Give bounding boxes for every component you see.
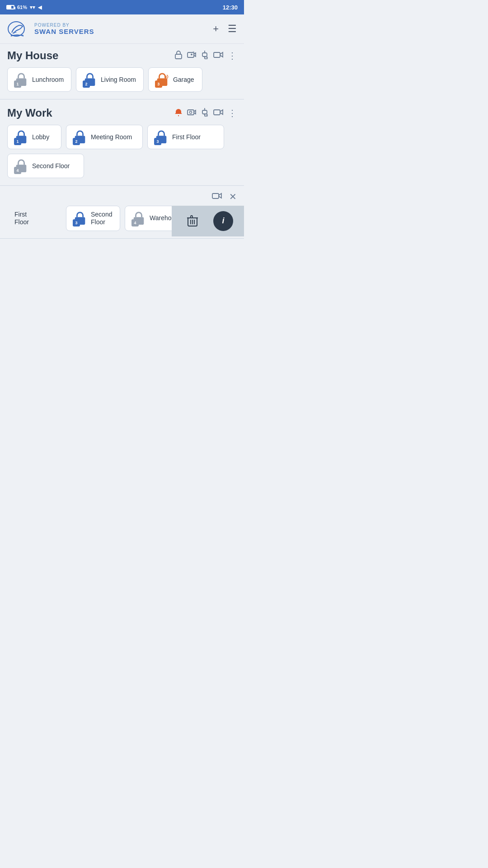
room-card-livingroom[interactable]: 2 Living Room xyxy=(76,67,144,92)
lock-icon-wrap-meeting: 2 xyxy=(74,130,86,144)
swipe-card-secondfloor[interactable]: 3 SecondFloor xyxy=(66,206,120,231)
room-card-lobby[interactable]: 1 Lobby xyxy=(7,125,61,149)
badge-swipe-second: 3 xyxy=(73,219,80,226)
svg-rect-16 xyxy=(202,110,207,114)
svg-point-18 xyxy=(205,114,207,117)
lock-icon-wrap-lobby: 1 xyxy=(15,130,28,144)
badge-meeting: 2 xyxy=(73,138,80,145)
svg-rect-3 xyxy=(188,52,194,57)
my-house-header: My House xyxy=(7,49,237,62)
swipe-section: ✕ FirstFloor 3 SecondFloor xyxy=(0,188,244,236)
header-actions: + ☰ xyxy=(213,23,237,35)
lock-icon-wrap-secondfloor: 4 xyxy=(15,159,28,173)
brand: POWERED BY SWAN SERVERS xyxy=(7,20,94,38)
lock-icon-wrap: 1 xyxy=(15,72,28,87)
svg-point-7 xyxy=(205,57,207,59)
my-house-icons: ⋮ xyxy=(174,50,237,61)
plug-icon[interactable] xyxy=(201,50,209,61)
status-time: 12:30 xyxy=(223,4,238,11)
room-card-garage[interactable]: 3 Garage xyxy=(148,67,202,92)
lock-icon-wrap: 2 xyxy=(84,72,96,87)
room-name-firstfloor: First Floor xyxy=(172,133,201,141)
my-work-title: My Work xyxy=(7,107,52,119)
room-name-meetingroom: Meeting Room xyxy=(91,133,132,141)
my-work-icons: ⋮ xyxy=(174,108,237,119)
swipe-cards-container: FirstFloor 3 SecondFloor xyxy=(0,206,244,236)
svg-point-0 xyxy=(8,22,24,36)
svg-rect-8 xyxy=(214,52,220,57)
swipe-header: ✕ xyxy=(0,188,244,206)
plug-icon-2[interactable] xyxy=(201,108,209,119)
swipe-room-name-secondfloor: SecondFloor xyxy=(91,211,112,226)
badge-firstfloor: 3 xyxy=(154,138,161,145)
brand-text: POWERED BY SWAN SERVERS xyxy=(34,23,94,35)
badge-swipe-warehouse: 4 xyxy=(131,219,139,226)
my-work-more-button[interactable]: ⋮ xyxy=(228,108,237,118)
svg-rect-13 xyxy=(188,110,194,115)
badge-lobby: 1 xyxy=(14,138,21,145)
camera-refresh-icon-2[interactable] xyxy=(187,108,196,118)
badge-3: 3 xyxy=(155,80,162,88)
my-house-section: My House xyxy=(0,44,244,97)
my-house-more-button[interactable]: ⋮ xyxy=(228,50,237,61)
badge-secondfloor: 4 xyxy=(14,167,21,174)
signal-icon: ◀ xyxy=(38,5,42,10)
svg-rect-19 xyxy=(214,110,220,115)
room-card-meetingroom[interactable]: 2 Meeting Room xyxy=(66,125,143,149)
battery-percent: 61% xyxy=(17,5,27,10)
badge-1: 1 xyxy=(14,80,21,88)
my-work-header: My Work xyxy=(7,107,237,119)
room-card-secondfloor[interactable]: 4 Second Floor xyxy=(7,154,84,178)
divider-2 xyxy=(0,185,244,186)
close-button[interactable]: ✕ xyxy=(229,191,237,202)
brand-powered-label: POWERED BY xyxy=(34,23,94,28)
svg-rect-2 xyxy=(175,54,182,59)
alert-icon[interactable] xyxy=(174,108,183,118)
divider-1 xyxy=(0,99,244,99)
info-icon: i xyxy=(222,216,224,226)
status-left: 61% ▾▾ ◀ xyxy=(6,5,42,10)
room-card-firstfloor[interactable]: 3 First Floor xyxy=(147,125,224,149)
camera-refresh-icon[interactable] xyxy=(187,51,196,61)
swipe-card-firstfloor[interactable]: FirstFloor xyxy=(7,206,61,231)
brand-name-label: SWAN SERVERS xyxy=(34,28,94,35)
my-house-room-cards: 1 Lunchroom 2 Living Room xyxy=(7,67,237,92)
my-house-title: My House xyxy=(7,49,58,62)
lock-icon[interactable] xyxy=(174,50,183,61)
brand-logo-icon xyxy=(7,20,30,38)
lock-icon-wrap-firstfloor: 3 xyxy=(155,130,168,144)
lock-icon-wrap: 3 xyxy=(156,72,169,87)
info-button[interactable]: i xyxy=(213,211,233,231)
wifi-icon: ▾▾ xyxy=(30,5,35,10)
room-name-garage: Garage xyxy=(173,76,194,84)
status-bar: 61% ▾▾ ◀ 12:30 xyxy=(0,0,244,14)
camera-icon-2[interactable] xyxy=(213,108,223,118)
svg-point-14 xyxy=(190,111,192,113)
my-work-room-cards: 1 Lobby 2 Meeting Room 3 xyxy=(7,125,237,178)
add-button[interactable]: + xyxy=(213,23,219,35)
room-name-lobby: Lobby xyxy=(32,133,49,141)
divider-3 xyxy=(0,238,244,239)
lock-icon-wrap-swipe-warehouse: 4 xyxy=(132,211,145,226)
menu-button[interactable]: ☰ xyxy=(228,23,237,35)
room-name-livingroom: Living Room xyxy=(101,76,136,84)
camera-icon[interactable] xyxy=(213,51,223,61)
room-card-lunchroom[interactable]: 1 Lunchroom xyxy=(7,67,71,92)
lock-icon-wrap-swipe-second: 3 xyxy=(74,211,86,226)
battery-icon xyxy=(6,5,14,9)
svg-rect-24 xyxy=(212,193,219,198)
svg-rect-5 xyxy=(202,53,207,57)
badge-2: 2 xyxy=(83,80,90,88)
delete-button[interactable] xyxy=(183,211,202,231)
app-header: POWERED BY SWAN SERVERS + ☰ xyxy=(0,14,244,44)
camera-swipe-icon[interactable] xyxy=(212,192,222,202)
swipe-room-name-firstfloor: FirstFloor xyxy=(14,211,29,226)
room-name-secondfloor: Second Floor xyxy=(32,162,70,170)
my-work-section: My Work xyxy=(0,101,244,184)
swipe-action-panel: i xyxy=(172,206,244,236)
room-name-lunchroom: Lunchroom xyxy=(32,76,64,84)
